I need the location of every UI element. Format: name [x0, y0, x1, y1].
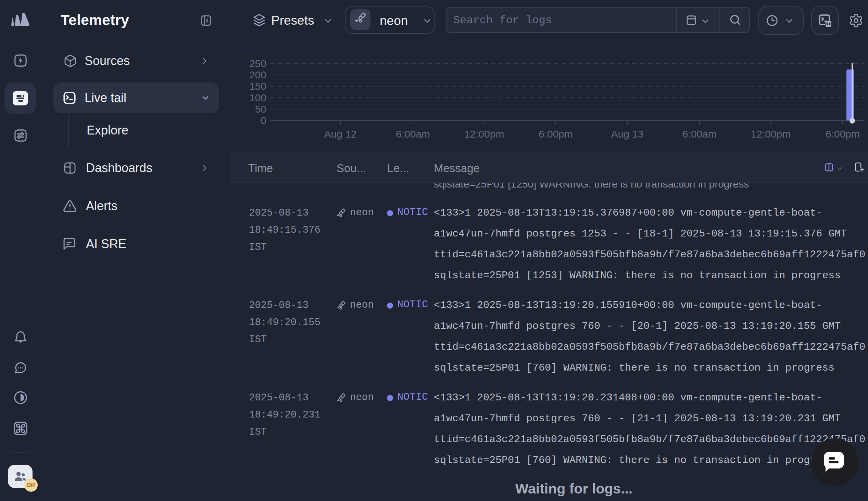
svg-text:6:00pm: 6:00pm: [539, 128, 573, 140]
svg-text:6:00am: 6:00am: [396, 128, 430, 140]
svg-text:150: 150: [249, 81, 266, 92]
svg-text:Aug 13: Aug 13: [611, 128, 643, 140]
svg-text:250: 250: [249, 58, 266, 69]
svg-text:200: 200: [249, 69, 266, 81]
svg-text:50: 50: [255, 103, 266, 115]
svg-text:12:00pm: 12:00pm: [464, 128, 504, 140]
svg-text:Aug 12: Aug 12: [324, 128, 357, 140]
svg-text:100: 100: [249, 92, 266, 103]
svg-text:6:00am: 6:00am: [682, 128, 717, 140]
svg-text:0: 0: [261, 115, 266, 126]
svg-text:6:00pm: 6:00pm: [826, 128, 860, 140]
svg-text:12:00pm: 12:00pm: [751, 128, 791, 140]
